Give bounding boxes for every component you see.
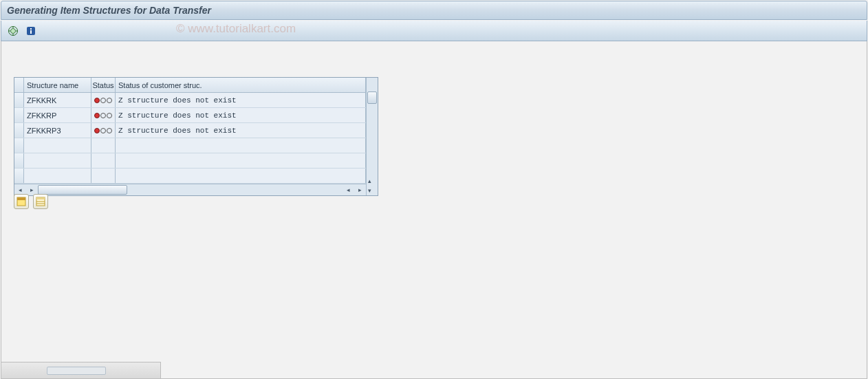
row-selector[interactable] <box>14 93 24 107</box>
svg-point-1 <box>11 28 16 33</box>
cell-structure-name[interactable]: ZFKKRP <box>24 108 91 122</box>
scroll-down-icon[interactable]: ▾ <box>368 187 371 194</box>
app-toolbar <box>1 21 867 41</box>
table-toolbar <box>14 194 48 209</box>
row-selector[interactable] <box>14 153 24 168</box>
execute-icon <box>8 25 19 36</box>
cell-cust-status: Z structure does not exist <box>116 123 366 138</box>
svg-rect-7 <box>17 199 25 200</box>
status-indicator <box>47 367 106 375</box>
col-header-status[interactable]: Status <box>91 78 116 92</box>
cell-structure-name[interactable]: ZFKKRP3 <box>24 123 91 138</box>
svg-rect-6 <box>17 197 25 199</box>
col-header-cust-status[interactable]: Status of customer struc. <box>116 78 366 92</box>
cell-cust-status: Z structure does not exist <box>116 108 366 122</box>
page-title: Generating Item Structures for Data Tran… <box>7 5 211 16</box>
table-corner[interactable] <box>14 78 24 92</box>
info-icon <box>26 26 36 36</box>
h-scroll-track[interactable] <box>38 184 343 195</box>
scroll-up-icon[interactable]: ▴ <box>368 177 371 184</box>
h-scrollbar[interactable]: ◂ ▸ ◂ ▸ <box>14 184 366 195</box>
row-selector[interactable] <box>14 169 24 183</box>
row-selector[interactable] <box>14 108 24 122</box>
scroll-right-end-icon[interactable]: ▸ <box>354 184 366 195</box>
cell-status <box>91 108 116 122</box>
v-scroll-thumb[interactable] <box>367 91 377 104</box>
row-selector[interactable] <box>14 123 24 138</box>
title-bar: Generating Item Structures for Data Tran… <box>1 1 867 20</box>
select-all-button[interactable] <box>14 194 29 209</box>
cell-structure-name[interactable]: ZFKKRK <box>24 93 91 107</box>
table-row-empty <box>14 138 366 153</box>
structure-table: Structure name Status Status of customer… <box>14 77 378 196</box>
cell-cust-status: Z structure does not exist <box>116 93 366 107</box>
v-scrollbar[interactable]: ▴ ▾ <box>366 78 378 195</box>
col-header-name[interactable]: Structure name <box>24 78 91 92</box>
svg-rect-9 <box>36 197 45 199</box>
info-button[interactable] <box>23 23 39 39</box>
table-row: ZFKKRP3 Z structure does not exist <box>14 123 366 138</box>
cell-status <box>91 93 116 107</box>
svg-rect-4 <box>30 30 32 34</box>
cell-status <box>91 123 116 138</box>
row-selector[interactable] <box>14 138 24 153</box>
table-row: ZFKKRP Z structure does not exist <box>14 108 366 123</box>
select-all-icon <box>17 197 26 206</box>
table-row: ZFKKRK Z structure does not exist <box>14 93 366 108</box>
traffic-light-icon <box>94 113 112 118</box>
traffic-light-icon <box>94 98 112 103</box>
traffic-light-icon <box>94 128 112 133</box>
svg-rect-3 <box>30 28 32 30</box>
table-header-row: Structure name Status Status of customer… <box>14 78 366 93</box>
main-canvas: Structure name Status Status of customer… <box>1 41 867 379</box>
execute-button[interactable] <box>6 23 21 39</box>
deselect-all-button[interactable] <box>33 194 48 209</box>
table-row-empty <box>14 153 366 169</box>
table-row-empty <box>14 169 366 184</box>
scroll-right-icon[interactable]: ◂ <box>343 184 354 195</box>
deselect-all-icon <box>36 197 45 206</box>
h-scroll-thumb[interactable] <box>38 185 127 195</box>
status-bar <box>1 362 161 378</box>
